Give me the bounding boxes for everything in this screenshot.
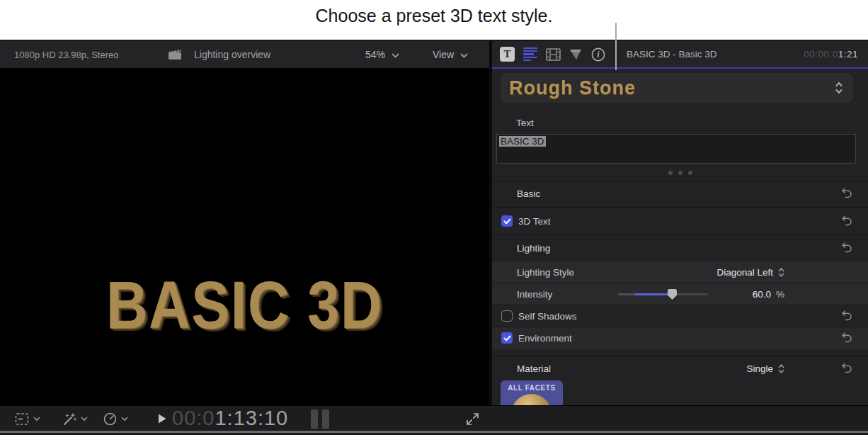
updown-chevron-icon bbox=[835, 81, 843, 98]
screenshot-root: Choose a preset 3D text style. 1080p HD … bbox=[0, 0, 868, 435]
transport-bar: 00:01:13:10 bbox=[0, 405, 868, 431]
slider-track-head bbox=[618, 293, 635, 295]
intensity-value-field[interactable]: 60.0 % bbox=[753, 289, 784, 300]
3d-text-checkbox[interactable] bbox=[501, 215, 513, 227]
updown-chevron-icon bbox=[778, 363, 784, 374]
row-basic: Basic bbox=[492, 181, 868, 207]
reset-icon[interactable] bbox=[841, 310, 852, 324]
timecode-dim: 00:00:0 bbox=[804, 49, 838, 60]
material-popup[interactable]: Single bbox=[746, 363, 784, 374]
viewer-format-info: 1080p HD 23.98p, Stereo bbox=[14, 50, 118, 60]
timecode-bright: 1:13:10 bbox=[215, 407, 288, 429]
magic-wand-icon bbox=[62, 412, 77, 426]
viewer-toolbar: 1080p HD 23.98p, Stereo Lighting overvie… bbox=[0, 41, 489, 68]
lighting-style-value: Diagonal Left bbox=[716, 267, 773, 278]
retime-menu[interactable] bbox=[103, 406, 128, 431]
svg-text:i: i bbox=[597, 50, 600, 60]
resize-handle-dots[interactable] bbox=[492, 165, 868, 178]
play-icon bbox=[157, 413, 167, 424]
inspector-title: BASIC 3D - Basic 3D bbox=[627, 49, 717, 60]
view-menu[interactable]: View bbox=[433, 49, 468, 60]
row-material-label: Material bbox=[517, 363, 551, 374]
material-all-facets-tab[interactable]: ALL FACETS bbox=[501, 380, 563, 405]
row-3d-text-label: 3D Text bbox=[518, 216, 551, 227]
viewer-canvas[interactable]: BASIC 3D bbox=[0, 68, 489, 405]
updown-chevron-icon bbox=[778, 267, 784, 278]
info-icon: i bbox=[591, 47, 605, 62]
chevron-down-icon bbox=[121, 417, 128, 422]
row-material: Material Single bbox=[492, 356, 868, 380]
inspector-timecode: 00:00:01:21 bbox=[804, 49, 858, 60]
row-self-shadows-label: Self Shadows bbox=[518, 311, 577, 322]
audio-meter-left[interactable] bbox=[311, 409, 318, 429]
row-lighting-label: Lighting bbox=[517, 243, 550, 254]
tabbar-accent-line bbox=[492, 67, 868, 69]
zoom-level-value: 54% bbox=[365, 49, 385, 60]
expand-icon bbox=[466, 412, 479, 426]
preset-style-dropdown[interactable]: Rough Stone bbox=[501, 73, 853, 103]
text-value-selected: BASIC 3D bbox=[499, 136, 546, 147]
canvas-3d-text[interactable]: BASIC 3D bbox=[34, 272, 455, 339]
tab-generator-inspector[interactable] bbox=[568, 47, 583, 62]
inspector-panel: T i BASIC 3D - Basic 3D 00:00:01:21 Roug… bbox=[492, 41, 868, 405]
lighting-style-popup[interactable]: Diagonal Left bbox=[716, 267, 784, 278]
slider-thumb[interactable] bbox=[668, 289, 677, 300]
all-facets-label: ALL FACETS bbox=[501, 384, 563, 392]
reset-icon[interactable] bbox=[841, 332, 852, 346]
intensity-unit: % bbox=[776, 289, 784, 300]
material-preview-sphere bbox=[511, 394, 552, 405]
text-value-input[interactable]: BASIC 3D bbox=[496, 134, 856, 164]
row-intensity: Intensity 60.0 % bbox=[492, 283, 868, 305]
environment-checkbox[interactable] bbox=[501, 332, 513, 344]
audio-meter-right[interactable] bbox=[322, 409, 329, 429]
inspector-tabbar: T i BASIC 3D - Basic 3D 00:00:01:21 bbox=[492, 41, 868, 67]
reset-icon[interactable] bbox=[841, 242, 852, 256]
tab-text-format[interactable] bbox=[523, 47, 538, 62]
zoom-level-menu[interactable]: 54% bbox=[365, 49, 399, 60]
timecode-bright: 1:21 bbox=[838, 49, 858, 60]
row-environment-label: Environment bbox=[518, 333, 572, 344]
annotation-pointer-line bbox=[615, 23, 617, 70]
tab-text-inspector[interactable]: T bbox=[500, 47, 515, 62]
row-lighting: Lighting bbox=[492, 235, 868, 261]
filmstrip-icon bbox=[546, 48, 561, 61]
row-environment: Environment bbox=[492, 327, 868, 349]
reset-icon[interactable] bbox=[841, 363, 852, 376]
text-inspector-icon: T bbox=[503, 48, 510, 60]
row-self-shadows: Self Shadows bbox=[492, 305, 868, 327]
speed-gauge-icon bbox=[103, 412, 118, 426]
text-section-label: Text bbox=[516, 118, 534, 128]
tab-video-inspector[interactable] bbox=[546, 47, 561, 62]
crop-transform-menu[interactable] bbox=[15, 406, 40, 431]
fullscreen-button[interactable] bbox=[466, 406, 479, 431]
crop-icon bbox=[15, 412, 29, 426]
row-lighting-style-label: Lighting Style bbox=[517, 267, 574, 278]
intensity-slider[interactable] bbox=[618, 293, 708, 295]
row-intensity-label: Intensity bbox=[517, 289, 552, 300]
intensity-value: 60.0 bbox=[753, 289, 771, 300]
tab-info-inspector[interactable]: i bbox=[590, 47, 605, 62]
chevron-down-icon bbox=[33, 417, 40, 422]
material-value: Single bbox=[746, 363, 773, 374]
row-3d-text: 3D Text bbox=[492, 207, 868, 235]
row-basic-label: Basic bbox=[517, 188, 540, 199]
preset-style-value: Rough Stone bbox=[509, 77, 636, 99]
reset-icon[interactable] bbox=[841, 215, 852, 229]
chevron-down-icon bbox=[392, 49, 399, 60]
cone-icon bbox=[569, 48, 583, 61]
enhancements-menu[interactable] bbox=[62, 406, 88, 431]
play-button[interactable] bbox=[157, 406, 167, 431]
timecode-dim: 00:0 bbox=[172, 407, 215, 429]
project-name: Lighting overview bbox=[194, 49, 270, 60]
slider-fill bbox=[635, 293, 672, 295]
chevron-down-icon bbox=[460, 49, 468, 60]
row-lighting-style: Lighting Style Diagonal Left bbox=[492, 261, 868, 283]
reset-icon[interactable] bbox=[841, 188, 852, 201]
playhead-timecode[interactable]: 00:01:13:10 bbox=[172, 407, 288, 430]
chevron-down-icon bbox=[81, 417, 88, 422]
view-menu-label: View bbox=[433, 49, 454, 60]
clapperboard-icon bbox=[168, 48, 182, 63]
annotation-caption: Choose a preset 3D text style. bbox=[0, 6, 868, 26]
self-shadows-checkbox[interactable] bbox=[501, 310, 513, 322]
